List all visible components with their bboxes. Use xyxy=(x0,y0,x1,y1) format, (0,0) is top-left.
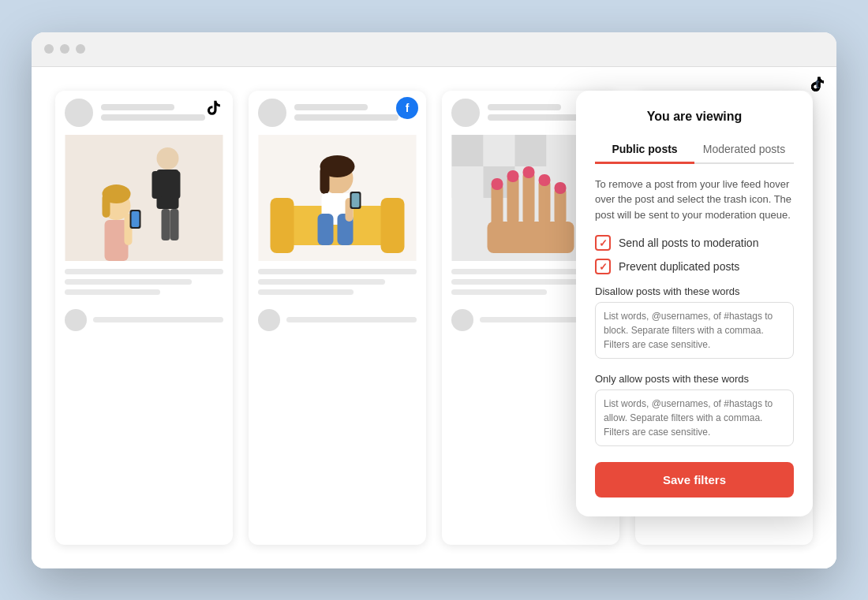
svg-rect-33 xyxy=(452,166,484,198)
footer-line xyxy=(65,279,192,285)
disallow-textarea[interactable] xyxy=(595,302,794,359)
svg-rect-40 xyxy=(523,166,535,178)
allow-label: Only allow posts with these words xyxy=(595,373,794,385)
header-line xyxy=(101,114,205,121)
svg-rect-28 xyxy=(452,135,484,166)
post-header-2: f xyxy=(249,91,426,135)
disallow-section: Disallow posts with these words xyxy=(595,285,794,362)
post-card-2: f xyxy=(249,91,426,545)
svg-point-1 xyxy=(157,147,179,170)
post-bottom-2 xyxy=(249,303,426,337)
browser-dot-1 xyxy=(44,44,54,54)
avatar-1 xyxy=(65,99,93,127)
checkbox-duplicates[interactable]: ✓ xyxy=(595,259,611,274)
footer-line xyxy=(258,279,385,285)
svg-rect-38 xyxy=(507,170,519,182)
footer-line xyxy=(65,289,160,295)
allow-textarea[interactable] xyxy=(595,389,794,446)
bottom-line xyxy=(286,317,417,322)
svg-rect-17 xyxy=(381,198,405,253)
svg-rect-4 xyxy=(171,171,181,199)
svg-rect-29 xyxy=(484,135,515,166)
bottom-avatar xyxy=(451,309,473,331)
svg-rect-39 xyxy=(523,170,535,225)
avatar-2 xyxy=(258,99,286,127)
svg-rect-44 xyxy=(555,182,567,194)
tab-moderated-posts[interactable]: Moderated posts xyxy=(694,136,794,164)
save-filters-button[interactable]: Save filters xyxy=(595,462,794,498)
footer-line xyxy=(258,269,417,274)
svg-rect-31 xyxy=(547,135,578,166)
checkbox-label-moderation: Send all posts to moderation xyxy=(619,237,758,249)
disallow-label: Disallow posts with these words xyxy=(595,285,794,297)
svg-rect-13 xyxy=(132,211,140,227)
footer-line xyxy=(451,289,547,295)
post-card-1 xyxy=(55,91,233,545)
browser-dot-3 xyxy=(76,44,85,54)
tab-bar: Public posts Moderated posts xyxy=(595,136,794,164)
post-footer-2 xyxy=(249,261,426,303)
svg-rect-16 xyxy=(271,198,294,253)
header-line xyxy=(101,104,174,110)
footer-line xyxy=(258,289,354,295)
post-header-1 xyxy=(55,91,233,135)
svg-rect-5 xyxy=(162,209,170,240)
bottom-avatar xyxy=(258,309,280,331)
tiktok-icon xyxy=(203,97,225,119)
post-image-1 xyxy=(55,135,233,261)
browser-content: f xyxy=(32,67,836,568)
browser-bar xyxy=(32,32,836,67)
tab-public-posts[interactable]: Public posts xyxy=(595,136,694,164)
allow-section: Only allow posts with these words xyxy=(595,373,794,449)
svg-rect-45 xyxy=(488,222,574,253)
post-bottom-1 xyxy=(55,303,233,337)
header-line xyxy=(294,114,398,121)
avatar-3 xyxy=(451,99,480,127)
modal-title: You are viewing xyxy=(595,110,794,124)
checkbox-moderation[interactable]: ✓ xyxy=(595,235,611,251)
svg-rect-20 xyxy=(320,166,330,194)
svg-rect-42 xyxy=(539,174,551,186)
post-image-2 xyxy=(249,135,426,261)
modal: You are viewing Public posts Moderated p… xyxy=(576,91,813,517)
browser-dot-2 xyxy=(60,44,69,54)
svg-rect-26 xyxy=(352,193,360,207)
check-icon-duplicates: ✓ xyxy=(599,261,608,273)
modal-description: To remove a post from your live feed hov… xyxy=(595,177,794,223)
bottom-line xyxy=(93,317,223,322)
svg-rect-3 xyxy=(152,171,162,199)
svg-rect-0 xyxy=(65,135,223,261)
svg-rect-36 xyxy=(492,178,503,190)
svg-rect-30 xyxy=(515,135,547,166)
checkbox-label-duplicates: Prevent duplicated posts xyxy=(619,260,739,273)
check-icon-moderation: ✓ xyxy=(599,237,608,249)
svg-rect-22 xyxy=(318,214,334,245)
footer-line xyxy=(65,269,223,274)
checkbox-row-duplicates: ✓ Prevent duplicated posts xyxy=(595,259,794,274)
checkbox-row-moderation: ✓ Send all posts to moderation xyxy=(595,235,794,251)
browser-window: f xyxy=(32,32,836,568)
header-line xyxy=(294,104,368,110)
bottom-avatar xyxy=(65,309,87,331)
svg-rect-6 xyxy=(170,209,179,240)
svg-rect-9 xyxy=(103,194,110,218)
facebook-icon: f xyxy=(396,97,418,119)
post-footer-1 xyxy=(55,261,233,303)
header-line xyxy=(488,104,561,110)
footer-line xyxy=(451,279,578,285)
